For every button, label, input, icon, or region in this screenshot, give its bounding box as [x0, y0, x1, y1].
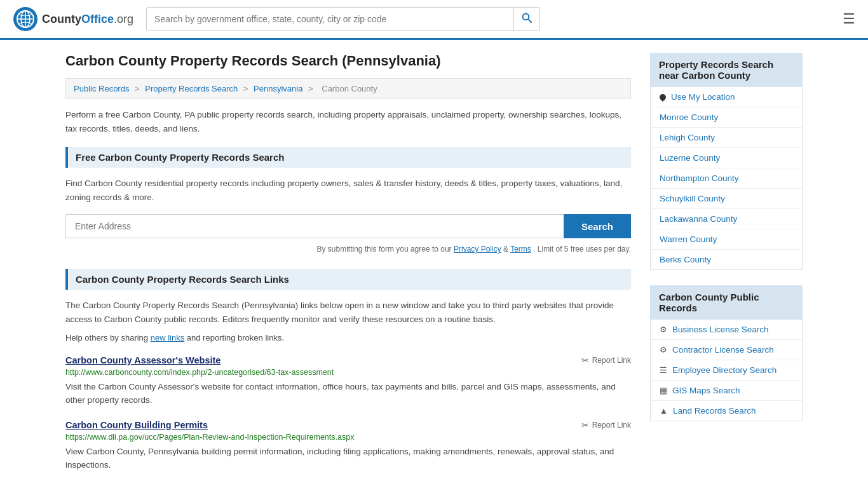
report-link-2[interactable]: ✂ Report Link: [581, 420, 631, 430]
search-icon: [522, 13, 532, 23]
address-input[interactable]: [65, 214, 564, 238]
breadcrumb-pennsylvania[interactable]: Pennsylvania: [254, 84, 302, 93]
record-url-2[interactable]: https://www.dli.pa.gov/ucc/Pages/Plan-Re…: [65, 433, 631, 442]
header-search-button[interactable]: [513, 8, 539, 30]
record-link-title-1[interactable]: Carbon County Assessor's Website: [65, 355, 220, 365]
county-item-warren[interactable]: Warren County: [651, 229, 802, 250]
record-url-1[interactable]: http://www.carboncounty.com/index.php/2-…: [65, 368, 631, 377]
scissors-icon-1: ✂: [581, 355, 589, 365]
land-records-link[interactable]: Land Records Search: [673, 406, 756, 416]
page-title: Carbon County Property Records Search (P…: [65, 53, 631, 69]
breadcrumb: Public Records > Property Records Search…: [65, 78, 631, 99]
main-content: Carbon County Property Records Search (P…: [65, 53, 631, 485]
links-desc: The Carbon County Property Records Searc…: [65, 299, 631, 326]
county-item-lehigh[interactable]: Lehigh County: [651, 128, 802, 148]
gear-icon-1: ⚙: [660, 325, 667, 334]
report-link-1[interactable]: ✂ Report Link: [581, 355, 631, 365]
public-records-title: Carbon County Public Records: [650, 285, 803, 320]
nearby-section: Property Records Search near Carbon Coun…: [650, 53, 803, 270]
record-link-block-1: Carbon County Assessor's Website ✂ Repor…: [65, 355, 631, 407]
page-description: Perform a free Carbon County, PA public …: [65, 108, 631, 135]
land-records-item[interactable]: ▲ Land Records Search: [651, 401, 802, 421]
share-text-1: Help others by sharing: [65, 333, 148, 342]
list-icon: ☰: [660, 365, 667, 375]
sidebar: Property Records Search near Carbon Coun…: [650, 53, 803, 485]
nearby-title: Property Records Search near Carbon Coun…: [650, 53, 803, 87]
county-item-monroe[interactable]: Monroe County: [651, 107, 802, 128]
record-link-title-row-2: Carbon County Building Permits ✂ Report …: [65, 420, 631, 430]
privacy-policy-link[interactable]: Privacy Policy: [454, 245, 501, 254]
public-records-list: ⚙ Business License Search ⚙ Contractor L…: [650, 320, 803, 421]
header-search-input[interactable]: [147, 9, 513, 29]
free-search-desc: Find Carbon County residential property …: [65, 177, 631, 204]
record-link-title-2[interactable]: Carbon County Building Permits: [65, 420, 208, 430]
links-heading: Carbon County Property Records Search Li…: [65, 269, 631, 290]
contractor-license-item[interactable]: ⚙ Contractor License Search: [651, 340, 802, 360]
breadcrumb-carbon-county: Carbon County: [322, 84, 377, 93]
business-license-link[interactable]: Business License Search: [672, 325, 769, 334]
county-item-northampton[interactable]: Northampton County: [651, 168, 802, 189]
map-icon: ▦: [660, 386, 667, 395]
property-search-row: Search: [65, 214, 631, 238]
logo-link[interactable]: CountyOffice.org: [13, 6, 133, 32]
header-search-bar: [146, 7, 540, 31]
county-item-lackawanna[interactable]: Lackawanna County: [651, 209, 802, 229]
breadcrumb-property-records[interactable]: Property Records Search: [145, 84, 238, 93]
county-item-schuylkill[interactable]: Schuylkill County: [651, 189, 802, 209]
triangle-icon: ▲: [660, 406, 668, 416]
schuylkill-county-link[interactable]: Schuylkill County: [660, 194, 725, 203]
share-text-2: and reporting broken links.: [187, 333, 284, 342]
berks-county-link[interactable]: Berks County: [660, 255, 711, 264]
breadcrumb-public-records[interactable]: Public Records: [74, 84, 129, 93]
lehigh-county-link[interactable]: Lehigh County: [660, 133, 715, 142]
nearby-list: Use My Location Monroe County Lehigh Cou…: [650, 87, 803, 270]
county-item-berks[interactable]: Berks County: [651, 250, 802, 269]
county-item-luzerne[interactable]: Luzerne County: [651, 148, 802, 168]
employee-directory-item[interactable]: ☰ Employee Directory Search: [651, 360, 802, 381]
links-section: Carbon County Property Records Search Li…: [65, 269, 631, 472]
report-link-label-2: Report Link: [592, 421, 631, 430]
breadcrumb-sep-1: >: [135, 84, 140, 93]
header: CountyOffice.org ☰: [0, 0, 868, 40]
breadcrumb-sep-2: >: [243, 84, 248, 93]
form-note-text: By submitting this form you agree to our: [317, 245, 452, 254]
gear-icon-2: ⚙: [660, 345, 667, 355]
record-desc-1: Visit the Carbon County Assessor's websi…: [65, 380, 631, 407]
monroe-county-link[interactable]: Monroe County: [660, 112, 718, 122]
business-license-item[interactable]: ⚙ Business License Search: [651, 320, 802, 340]
employee-directory-link[interactable]: Employee Directory Search: [672, 365, 776, 375]
logo-text: CountyOffice.org: [42, 13, 133, 26]
northampton-county-link[interactable]: Northampton County: [660, 173, 739, 183]
property-search-button[interactable]: Search: [564, 214, 631, 238]
record-desc-2: View Carbon County, Pennsylvania buildin…: [65, 445, 631, 472]
new-links-link[interactable]: new links: [151, 333, 184, 342]
share-text: Help others by sharing new links and rep…: [65, 333, 631, 342]
page-wrapper: Carbon County Property Records Search (P…: [53, 40, 815, 488]
report-link-label-1: Report Link: [592, 356, 631, 365]
breadcrumb-sep-3: >: [308, 84, 313, 93]
use-my-location-item[interactable]: Use My Location: [651, 87, 802, 107]
free-search-heading: Free Carbon County Property Records Sear…: [65, 147, 631, 168]
svg-line-6: [528, 19, 531, 22]
form-note-limit: . Limit of 5 free uses per day.: [533, 245, 631, 254]
use-my-location-link[interactable]: Use My Location: [671, 92, 735, 102]
contractor-license-link[interactable]: Contractor License Search: [672, 345, 774, 355]
location-pin-icon: [658, 92, 667, 101]
record-link-title-row-1: Carbon County Assessor's Website ✂ Repor…: [65, 355, 631, 365]
lackawanna-county-link[interactable]: Lackawanna County: [660, 214, 737, 224]
form-note-ampersand: &: [503, 245, 510, 254]
menu-button[interactable]: ☰: [843, 11, 855, 27]
luzerne-county-link[interactable]: Luzerne County: [660, 153, 720, 163]
gis-maps-link[interactable]: GIS Maps Search: [672, 386, 740, 395]
scissors-icon-2: ✂: [581, 420, 589, 430]
form-note: By submitting this form you agree to our…: [65, 245, 631, 254]
terms-link[interactable]: Terms: [510, 245, 531, 254]
record-link-block-2: Carbon County Building Permits ✂ Report …: [65, 420, 631, 472]
public-records-section: Carbon County Public Records ⚙ Business …: [650, 285, 803, 421]
logo-icon: [13, 6, 38, 32]
gis-maps-item[interactable]: ▦ GIS Maps Search: [651, 381, 802, 401]
warren-county-link[interactable]: Warren County: [660, 234, 717, 244]
